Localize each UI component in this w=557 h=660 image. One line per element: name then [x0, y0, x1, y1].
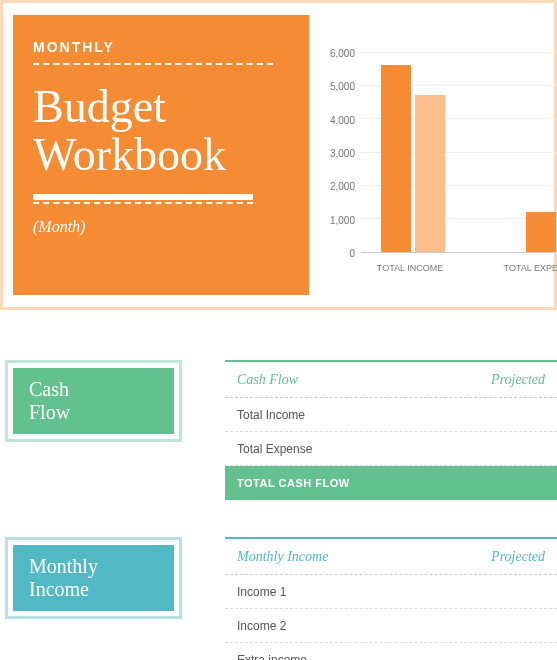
divider-thick	[33, 194, 253, 200]
xtick: TOTAL INCOME	[365, 263, 455, 273]
ytick: 5,000	[315, 81, 355, 92]
income-title-1: Monthly	[29, 555, 98, 577]
ytick: 4,000	[315, 114, 355, 125]
divider	[33, 63, 273, 65]
table-row: Total Expense	[225, 432, 557, 466]
bar-chart: 0 1,000 2,000 3,000 4,000 5,000 6,000 TO…	[323, 53, 557, 293]
table-header: Cash Flow Projected	[225, 362, 557, 398]
bar-income-2	[415, 95, 445, 252]
hero-panel: MONTHLY Budget Workbook (Month) 0 1,000	[0, 0, 557, 310]
table-row: Total Income	[225, 398, 557, 432]
chart-plot	[361, 53, 557, 253]
monthly-income-table: Monthly Income Projected Income 1 Income…	[225, 537, 557, 660]
header-right: Projected	[491, 549, 545, 565]
cash-flow-label-inner: Cash Flow	[13, 368, 174, 434]
row-label: Income 2	[237, 619, 286, 633]
cash-flow-title-1: Cash	[29, 378, 69, 400]
bar-expense-1	[526, 212, 556, 252]
ytick: 3,000	[315, 148, 355, 159]
divider	[33, 202, 253, 204]
monthly-income-label: Monthly Income	[5, 537, 182, 619]
row-label: Income 1	[237, 585, 286, 599]
total-label: TOTAL CASH FLOW	[237, 477, 350, 489]
cash-flow-table: Cash Flow Projected Total Income Total E…	[225, 360, 557, 500]
hero-title: Budget Workbook	[33, 83, 289, 180]
hero-month: (Month)	[33, 218, 289, 236]
table-row: Income 2	[225, 609, 557, 643]
ytick: 2,000	[315, 181, 355, 192]
table-header: Monthly Income Projected	[225, 539, 557, 575]
monthly-income-label-inner: Monthly Income	[13, 545, 174, 611]
table-row-total: TOTAL CASH FLOW	[225, 466, 557, 500]
header-left: Monthly Income	[237, 549, 328, 565]
cash-flow-label: Cash Flow	[5, 360, 182, 442]
row-label: Extra income	[237, 653, 307, 661]
table-row: Income 1	[225, 575, 557, 609]
bar-income-1	[381, 65, 411, 252]
header-left: Cash Flow	[237, 372, 298, 388]
row-label: Total Income	[237, 408, 305, 422]
hero-label: MONTHLY	[33, 39, 289, 55]
xtick: TOTAL EXPENSE	[495, 263, 557, 273]
hero-box: MONTHLY Budget Workbook (Month)	[13, 15, 309, 295]
ytick: 6,000	[315, 48, 355, 59]
ytick: 0	[315, 248, 355, 259]
hero-title-line2: Workbook	[33, 129, 226, 180]
hero-title-line1: Budget	[33, 81, 166, 132]
cash-flow-title-2: Flow	[29, 401, 70, 423]
income-title-2: Income	[29, 578, 89, 600]
row-label: Total Expense	[237, 442, 312, 456]
ytick: 1,000	[315, 214, 355, 225]
table-row: Extra income	[225, 643, 557, 660]
header-right: Projected	[491, 372, 545, 388]
